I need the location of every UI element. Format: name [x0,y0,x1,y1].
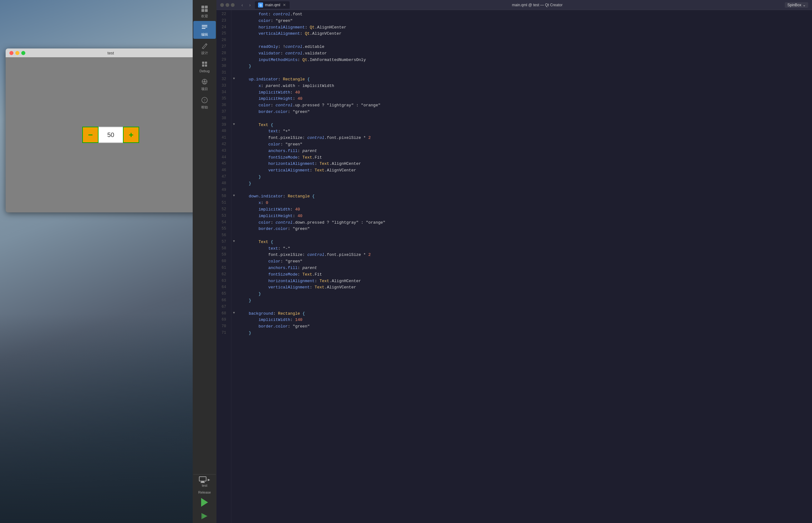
code-line: } [239,291,812,297]
line-number: 71 [216,330,229,337]
code-line [239,115,812,122]
line-number: 38 [216,115,229,122]
code-line: implicitHeight: 40 [239,96,812,102]
line-number: 30 [216,63,229,70]
line-number: 66 [216,297,229,304]
line-number: 34 [216,89,229,96]
fold-arrow[interactable]: ▼ [232,193,236,198]
spinbox-value[interactable]: 50 [98,127,123,143]
line-numbers: 2223242526272829303132333435363738394041… [216,10,232,523]
editor-close-btn[interactable] [220,3,224,7]
line-number: 49 [216,187,229,194]
right-panel: ‹ › Q main.qml ✕ main.qml @ test — Qt Cr… [216,0,812,523]
line-number: 52 [216,206,229,213]
code-line: } [239,63,812,70]
minimize-button[interactable] [15,51,19,55]
line-number: 41 [216,135,229,141]
line-number: 31 [216,70,229,76]
forward-button[interactable]: › [248,2,253,8]
code-line: implicitHeight: 40 [239,213,812,220]
line-number: 28 [216,50,229,57]
line-number: 60 [216,258,229,265]
fold-gutter: ▼▼▼▼▼ [232,10,236,523]
spinbox-decrement-button[interactable]: − [82,127,98,143]
svg-rect-5 [202,26,207,27]
window-titlebar: test [6,49,216,57]
line-number: 67 [216,304,229,311]
toolbar-item-debug[interactable]: Debug [193,58,216,75]
svg-rect-8 [205,61,207,64]
toolbar-item-help[interactable]: ? 帮助 [193,94,216,112]
code-line: verticalAlignment: Text.AlignVCenter [239,284,812,291]
toolbar-item-project[interactable]: 项目 [193,75,216,93]
code-line: Text { [239,239,812,246]
close-tab-button[interactable]: ✕ [282,3,287,7]
plus-icon: + [129,131,133,139]
toolbar-item-edit[interactable]: 编辑 [193,21,216,39]
code-line: background: Rectangle { [239,311,812,317]
maximize-button[interactable] [21,51,25,55]
close-button[interactable] [10,51,14,55]
line-number: 33 [216,83,229,89]
fold-arrow[interactable]: ▼ [232,311,236,315]
svg-rect-3 [205,9,208,12]
help-label: 帮助 [201,105,208,110]
editor-minimize-btn[interactable] [225,3,229,7]
code-line: color: "green" [239,258,812,265]
help-icon: ? [200,96,209,105]
code-line: verticalAlignment: Qt.AlignVCenter [239,31,812,37]
code-line: horizontalAlignment: Text.AlignHCenter [239,161,812,167]
window-content: − 50 + [6,57,216,212]
line-number: 56 [216,232,229,239]
back-button[interactable]: ‹ [240,2,245,8]
toolbar-item-design[interactable]: 设计 [193,39,216,57]
line-number: 39 [216,122,229,129]
code-line: font.pixelSize: control.font.pixelSize *… [239,135,812,141]
svg-rect-1 [205,6,208,8]
filename: main.qml [265,3,280,7]
debug-label: Debug [200,69,210,73]
code-line: font: control.font [239,11,812,18]
design-label: 设计 [201,51,208,55]
fold-arrow[interactable]: ▼ [232,76,236,81]
code-line: validator: control.validator [239,50,812,57]
line-number: 70 [216,323,229,330]
toolbar-item-welcome[interactable]: 欢迎 [193,2,216,20]
fold-arrow[interactable]: ▼ [232,122,236,127]
line-number: 22 [216,11,229,18]
line-number: 35 [216,96,229,102]
svg-rect-9 [202,65,204,67]
component-selector[interactable]: SpinBox ⌄ [785,2,808,8]
svg-rect-4 [202,25,207,26]
line-number: 50 [216,193,229,200]
fold-arrow[interactable]: ▼ [232,239,236,244]
code-content[interactable]: font: control.font color: "green" horizo… [236,10,812,523]
code-line: horizontalAlignment: Text.AlignHCenter [239,278,812,285]
kit-selector[interactable]: ▶ test [193,474,216,489]
code-line: x: 0 [239,200,812,206]
run-button[interactable] [193,495,216,509]
design-icon [200,41,209,50]
debug-run-button[interactable] [193,509,216,523]
edit-icon [200,23,209,32]
line-number: 36 [216,102,229,109]
minus-icon: − [88,131,93,139]
welcome-label: 欢迎 [201,14,208,18]
line-number: 61 [216,265,229,271]
build-config[interactable]: Release [193,489,216,495]
line-number: 55 [216,226,229,232]
line-number: 48 [216,180,229,187]
line-number: 25 [216,31,229,37]
file-tab[interactable]: Q main.qml ✕ [255,1,290,9]
line-number: 37 [216,109,229,115]
editor-maximize-btn[interactable] [231,3,235,7]
line-number: 68 [216,311,229,317]
line-number: 23 [216,18,229,24]
window-title: test [108,51,114,55]
editor-traffic-lights [220,3,235,7]
svg-rect-10 [205,65,207,67]
build-config-label: Release [198,490,211,494]
spinbox-increment-button[interactable]: + [123,127,139,143]
test-window: test − 50 + [6,49,216,212]
code-line: implicitWidth: 40 [239,206,812,213]
